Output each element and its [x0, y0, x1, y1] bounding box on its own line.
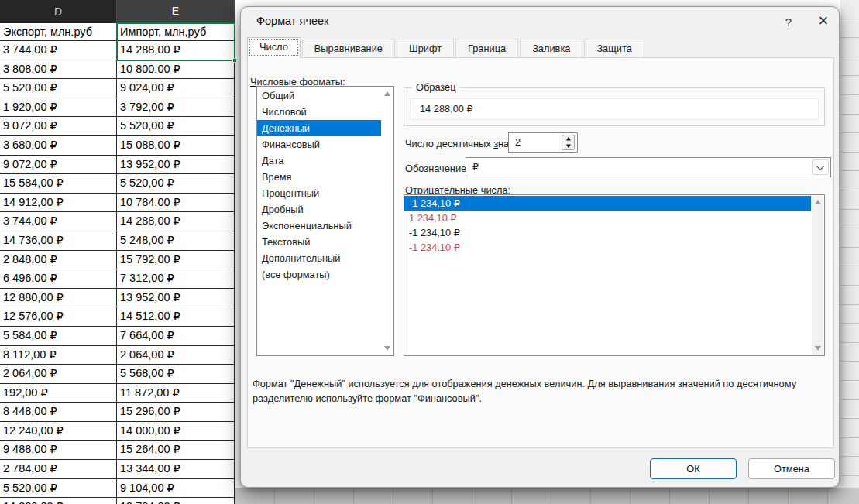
tab-Число[interactable]: Число	[247, 37, 301, 58]
background-cells-bottom	[235, 488, 859, 504]
cell[interactable]: 3 744,00 ₽	[0, 212, 117, 231]
cell[interactable]: 5 568,00 ₽	[117, 365, 235, 384]
format-option[interactable]: Текстовый	[257, 234, 381, 250]
cell[interactable]: 14 912,00 ₽	[0, 194, 117, 213]
format-list-scrollbar[interactable]	[381, 87, 393, 355]
cell[interactable]: 15 792,00 ₽	[117, 251, 235, 270]
negative-option[interactable]: 1 234,10 ₽	[404, 211, 811, 225]
cell[interactable]: 8 448,00 ₽	[0, 403, 117, 422]
cell[interactable]: 5 520,00 ₽	[0, 479, 117, 499]
close-icon[interactable]: ×	[811, 10, 836, 33]
format-option[interactable]: Финансовый	[257, 136, 381, 153]
column-header-d[interactable]: D	[0, 0, 117, 23]
cell[interactable]: 3 808,00 ₽	[0, 60, 117, 80]
cell[interactable]: 12 240,00 ₽	[0, 422, 117, 441]
cell[interactable]: 14 288,00 ₽	[117, 212, 235, 231]
cell-export-header[interactable]: Экспорт, млн.руб	[0, 23, 117, 41]
cell[interactable]: 7 664,00 ₽	[117, 327, 235, 346]
format-option[interactable]: Дата	[257, 153, 381, 169]
cell[interactable]: 15 088,00 ₽	[117, 136, 235, 156]
cell[interactable]: 9 072,00 ₽	[0, 117, 117, 136]
cell[interactable]: 5 584,00 ₽	[0, 327, 117, 346]
cell[interactable]: 14 320,00 ₽	[0, 498, 117, 504]
cell[interactable]: 9 104,00 ₽	[117, 479, 235, 499]
cell[interactable]: 3 792,00 ₽	[117, 98, 235, 118]
dialog-titlebar[interactable]: Формат ячеек ? ×	[241, 7, 839, 36]
table-row: 12 576,00 ₽14 512,00 ₽	[0, 307, 235, 327]
spinner-up-button[interactable]	[562, 135, 574, 142]
cell[interactable]: 3 680,00 ₽	[0, 136, 117, 156]
cell[interactable]: 2 064,00 ₽	[0, 365, 117, 384]
cell[interactable]: 9 024,00 ₽	[117, 79, 235, 98]
table-row: 14 912,00 ₽10 784,00 ₽	[0, 194, 235, 213]
scroll-down-icon[interactable]	[384, 346, 390, 351]
chevron-down-icon	[816, 163, 824, 170]
cell[interactable]: 14 512,00 ₽	[117, 307, 235, 327]
cell[interactable]: 13 952,00 ₽	[117, 156, 235, 175]
cell[interactable]: 2 784,00 ₽	[0, 460, 117, 479]
cell[interactable]: 9 072,00 ₽	[0, 156, 117, 175]
format-option[interactable]: Денежный	[257, 120, 381, 136]
tab-Выравнивание[interactable]: Выравнивание	[302, 39, 395, 58]
cell[interactable]: 10 784,00 ₽	[117, 194, 235, 213]
table-row: 12 880,00 ₽13 952,00 ₽	[0, 289, 235, 308]
cell-selection-outline[interactable]	[116, 22, 235, 61]
cell[interactable]: 12 576,00 ₽	[0, 307, 117, 327]
tab-Заливка[interactable]: Заливка	[520, 39, 582, 58]
cell[interactable]: 15 296,00 ₽	[117, 403, 235, 422]
cell[interactable]: 2 848,00 ₽	[0, 251, 117, 270]
cell[interactable]: 13 344,00 ₽	[117, 460, 235, 479]
scroll-up-icon[interactable]	[384, 91, 390, 96]
fill-handle[interactable]	[232, 58, 237, 63]
help-icon[interactable]: ?	[778, 13, 799, 32]
table-row: 15 584,00 ₽5 520,00 ₽	[0, 174, 235, 194]
cell[interactable]: 15 264,00 ₽	[117, 441, 235, 460]
column-header-e[interactable]: E	[117, 0, 235, 23]
format-option[interactable]: Процентный	[257, 185, 381, 201]
cell[interactable]: 14 736,00 ₽	[0, 231, 117, 251]
cell[interactable]: 11 872,00 ₽	[117, 384, 235, 403]
cell[interactable]: 9 488,00 ₽	[0, 441, 117, 460]
cell[interactable]: 2 064,00 ₽	[117, 346, 235, 365]
cell[interactable]: 5 520,00 ₽	[117, 117, 235, 136]
format-option[interactable]: Общий	[257, 87, 381, 104]
tab-Граница[interactable]: Граница	[455, 39, 518, 58]
cell[interactable]: 1 920,00 ₽	[0, 98, 117, 118]
format-option[interactable]: (все форматы)	[257, 266, 381, 283]
spinner-down-button[interactable]	[562, 142, 574, 149]
format-option[interactable]: Время	[257, 169, 381, 185]
cell[interactable]: 12 880,00 ₽	[0, 289, 117, 308]
scroll-up-icon[interactable]	[815, 200, 821, 204]
cell[interactable]: 3 744,00 ₽	[0, 41, 117, 60]
scroll-down-icon[interactable]	[815, 346, 821, 351]
cell[interactable]: 5 520,00 ₽	[117, 174, 235, 194]
tab-Защита[interactable]: Защита	[584, 39, 644, 58]
symbol-dropdown[interactable]: ₽	[466, 157, 831, 177]
cell[interactable]: 6 496,00 ₽	[0, 269, 117, 289]
cell[interactable]: 10 784,00 ₽	[117, 498, 235, 504]
cell[interactable]: 14 000,00 ₽	[117, 422, 235, 441]
cell[interactable]: 15 584,00 ₽	[0, 174, 117, 194]
format-option[interactable]: Числовой	[257, 104, 381, 120]
table-row: 6 496,00 ₽7 312,00 ₽	[0, 269, 235, 289]
cell[interactable]: 192,00 ₽	[0, 384, 117, 403]
dropdown-button[interactable]	[812, 159, 829, 175]
format-option[interactable]: Дробный	[257, 201, 381, 218]
negative-option[interactable]: -1 234,10 ₽	[404, 240, 811, 255]
cancel-button[interactable]: Отмена	[748, 458, 835, 479]
cell[interactable]: 13 952,00 ₽	[117, 289, 235, 308]
cell[interactable]: 7 312,00 ₽	[117, 269, 235, 289]
screen: D E Экспорт, млн.руб Импорт, млн,руб 3 7…	[0, 0, 859, 504]
cell[interactable]: 10 800,00 ₽	[117, 60, 235, 80]
cell[interactable]: 5 520,00 ₽	[0, 79, 117, 98]
negative-option[interactable]: -1 234,10 ₽	[404, 225, 811, 240]
tab-Шрифт[interactable]: Шрифт	[397, 39, 454, 58]
cell[interactable]: 8 112,00 ₽	[0, 346, 117, 365]
decimals-spinner[interactable]: 2	[508, 132, 578, 153]
negative-list-scrollbar[interactable]	[812, 196, 823, 355]
format-option[interactable]: Экспоненциальный	[257, 218, 381, 234]
negative-option[interactable]: -1 234,10 ₽	[404, 196, 811, 211]
ok-button[interactable]: ОК	[650, 458, 737, 479]
cell[interactable]: 5 248,00 ₽	[117, 231, 235, 251]
format-option[interactable]: Дополнительный	[257, 250, 381, 266]
